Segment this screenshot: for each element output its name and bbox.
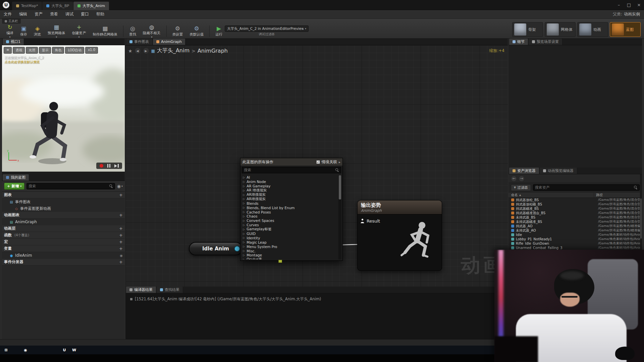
blueprint-tree-row[interactable]: 变量 + <box>2 245 125 252</box>
column-header-name[interactable]: 命名 ▲ <box>508 193 594 197</box>
step-forward-button[interactable] <box>114 164 119 168</box>
parent-class-value[interactable]: 动画实例 <box>624 11 640 17</box>
menu-item[interactable]: 查看 <box>46 10 62 19</box>
未持武器瞄准_BS[interactable]: 未持武器瞄准_BS /Game/所有蓝图/角色/混合空间 <box>508 220 640 224</box>
viewport-control-button[interactable]: 透视 <box>13 47 25 54</box>
pose-output-pin[interactable] <box>235 246 239 251</box>
blueprint-tree-row[interactable]: 图表 + <box>2 192 125 198</box>
add-new-button[interactable]: + 新增 ▾ <box>4 183 24 190</box>
app-icon-purple[interactable] <box>32 347 39 353</box>
preview-mesh-button[interactable]: ▦ 预览网格体 ▾ <box>45 24 68 38</box>
viewport-control-button[interactable]: LOD自动 <box>65 47 84 54</box>
graph-back-button[interactable]: ◀ <box>135 48 141 54</box>
toolbar-tab[interactable]: 工具栏 <box>2 19 21 24</box>
viewport-control-button[interactable]: 光照 <box>26 47 38 54</box>
expander-arrow-icon[interactable]: ▷ <box>243 206 245 209</box>
mode-animation[interactable]: 动画 <box>577 22 608 37</box>
expander-arrow-icon[interactable]: ▷ <box>243 224 245 227</box>
menu-item[interactable]: 文件 <box>0 10 15 19</box>
output-pose-node-header[interactable]: 输出姿势 AnimGraph <box>358 200 442 215</box>
context-menu-category[interactable]: ▷ Misc. <box>241 249 338 253</box>
blueprint-tree-row[interactable]: 事件分发器 + <box>2 259 125 265</box>
expander-arrow-icon[interactable]: ▷ <box>243 258 245 259</box>
tab-my-blueprint[interactable]: 我的蓝图 <box>3 174 29 181</box>
expander-arrow-icon[interactable]: ▷ <box>243 180 245 183</box>
持武器瞄准_BS[interactable]: 持武器瞄准_BS /Game/所有蓝图/角色/混合空间 <box>508 206 640 211</box>
file-explorer-icon[interactable] <box>12 347 19 353</box>
blueprint-tree-row[interactable]: 函数 (4个覆盖) + <box>2 232 125 239</box>
Lobby_P1_NotReady1[interactable]: Lobby_P1_NotReady1 /Game/角色素材/动作包/Anim <box>508 237 640 241</box>
pause-button[interactable] <box>107 164 110 168</box>
bookmark-star-icon[interactable]: ★ <box>128 48 132 54</box>
toolbar-button[interactable]: ▾ <box>166 25 167 37</box>
history-forward-button[interactable]: → <box>519 176 525 182</box>
column-header-path[interactable]: 路径 <box>594 193 603 197</box>
menu-item[interactable]: 窗口 <box>77 10 93 19</box>
tab-event-graph[interactable]: 事件图表 <box>126 39 153 45</box>
word-icon[interactable]: W <box>71 347 77 353</box>
close-button[interactable]: × <box>634 0 644 10</box>
expander-arrow-icon[interactable]: ▷ <box>243 176 245 179</box>
minimize-button[interactable]: – <box>614 0 624 10</box>
add-section-item-button[interactable]: + <box>119 247 123 250</box>
context-menu-category[interactable]: ▷ GUID <box>241 232 338 236</box>
Rifle_Idle_GunDown[interactable]: Rifle_Idle_GunDown /Game/角色素材/动作包/Anim <box>508 241 640 246</box>
context-menu-category[interactable]: ▷ Montage <box>241 253 338 257</box>
add-section-item-button[interactable]: + <box>119 260 123 264</box>
toolbar-button[interactable]: ▾ <box>209 25 210 37</box>
tab-preview-scene-settings[interactable]: 预览场景设置 <box>529 39 562 45</box>
toolbar-button[interactable]: ▾ <box>123 25 123 37</box>
class-defaults-button[interactable]: ⚙ 类默认值 ▾ <box>186 24 207 38</box>
context-menu-scrollbar[interactable] <box>338 175 341 259</box>
tab-find-results[interactable]: 查找结果 <box>157 287 183 293</box>
context-menu-category[interactable]: ▷ Anim Node <box>241 180 338 184</box>
context-menu-category[interactable]: ▷ Identity <box>241 236 338 240</box>
expander-arrow-icon[interactable]: ▷ <box>243 210 245 214</box>
create-asset-button[interactable]: + 创建资产 ▾ <box>69 24 89 38</box>
blueprint-tree-row[interactable]: 宏 + <box>2 239 125 245</box>
持武器瞄准混合_BS[interactable]: 持武器瞄准混合_BS /Game/所有蓝图/角色/混合空间 <box>508 211 640 215</box>
blueprint-tree-row[interactable]: ▤ AnimGraph + <box>2 219 125 225</box>
tab-asset-browser[interactable]: 资产浏览器 <box>509 168 539 174</box>
持武器放松_BS[interactable]: 持武器放松_BS /Game/所有蓝图/角色/混合空间 <box>508 198 640 202</box>
context-menu-category[interactable]: ▷ Gameplay标签 <box>241 227 338 232</box>
tab-viewport1[interactable]: 视口1 <box>3 39 24 45</box>
graph-canvas[interactable]: 动画 ★ ◀ ▶ ▦ 大芋头_Anim > AnimGraph 缩放:+4 Id… <box>125 45 508 287</box>
tab-compiler-results[interactable]: 编译器结果 <box>126 287 156 293</box>
panel-splitter[interactable] <box>2 172 125 174</box>
viewport-control-button[interactable]: 显示 <box>39 47 51 54</box>
app-icon-dark1[interactable] <box>80 347 87 353</box>
menu-item[interactable]: 帮助 <box>93 10 108 19</box>
record-button[interactable] <box>100 164 103 168</box>
expander-arrow-icon[interactable]: ▷ <box>243 228 245 231</box>
context-menu-category[interactable]: ▷ Convert Spaces <box>241 219 338 223</box>
filter-button[interactable]: ▼ 过滤器 <box>511 184 531 191</box>
viewport-control-button[interactable]: x1.0 <box>85 47 98 54</box>
visibility-filter-button[interactable]: ◉ ▾ <box>117 184 123 189</box>
compile-button[interactable]: ↻ 编译 ▾ <box>3 24 16 38</box>
maximize-button[interactable]: □ <box>624 0 634 10</box>
expander-arrow-icon[interactable]: ▷ <box>243 249 245 252</box>
blueprint-tree-row[interactable]: ● IdleAnim ◉ + <box>2 252 125 259</box>
unreal-icon[interactable]: U <box>61 347 68 353</box>
context-menu-category[interactable]: ▷ Curves <box>241 223 338 227</box>
preview-status-line2[interactable]: 点击此处切换至默认预览 <box>5 60 44 64</box>
blueprint-tree-row[interactable]: 动画层 + <box>2 225 125 232</box>
add-section-item-button[interactable]: + <box>119 227 123 230</box>
blueprint-tree-row[interactable]: ◇ 事件蓝图更新动画 + <box>2 205 125 212</box>
output-pose-node[interactable]: 输出姿势 AnimGraph Result <box>357 200 442 271</box>
expander-arrow-icon[interactable]: ▷ <box>243 241 245 244</box>
未持武器_AO[interactable]: 未持武器_AO /Game/所有蓝图/角色/瞄准偏移 <box>508 228 640 233</box>
context-menu-category[interactable]: ▷ AR Gameplay <box>241 184 338 188</box>
expander-arrow-icon[interactable]: ▷ <box>243 232 245 235</box>
context-menu-category[interactable]: ▷ AR 增强现实 <box>241 188 338 193</box>
expander-arrow-icon[interactable]: ▷ <box>243 236 245 239</box>
asset-search-input[interactable] <box>535 185 633 190</box>
context-menu-category[interactable]: ▷ AR增强现实 <box>241 193 338 197</box>
viewport-control-button[interactable]: 角色 <box>52 47 64 54</box>
preview-viewport[interactable]: ≡ 透视光照显示角色LOD自动x1.0 正在预览大芋头_Anim_C_2 点击此… <box>2 45 125 172</box>
result-input-pin[interactable]: Result <box>360 219 380 224</box>
add-section-item-button[interactable]: + <box>119 234 123 237</box>
expander-arrow-icon[interactable]: ▷ <box>243 202 245 205</box>
debug-target-dropdown[interactable]: 大芋头_Anim_C_2 in AnimationEditorPreviewAc… <box>225 25 309 32</box>
